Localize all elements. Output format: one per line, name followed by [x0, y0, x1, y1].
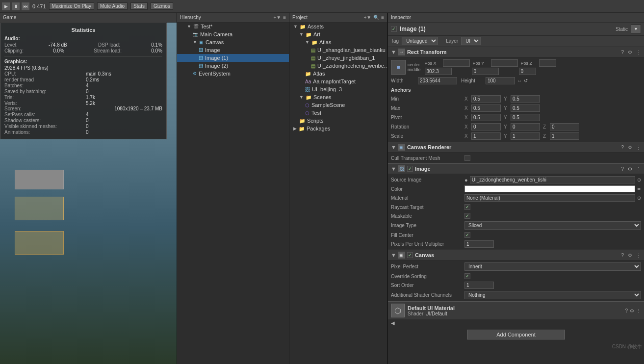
- pivot-x-input[interactable]: [471, 114, 501, 121]
- pixel-perfect-select[interactable]: Inherit Off On: [464, 262, 641, 271]
- rect-transform-help-icon[interactable]: ?: [621, 50, 624, 55]
- hierarchy-event-system[interactable]: ⚙ EventSystem: [177, 70, 289, 78]
- rot-x-input[interactable]: [471, 123, 501, 130]
- tag-select[interactable]: Untagged: [402, 37, 438, 45]
- game-panel-header: Game: [0, 13, 177, 23]
- project-scripts[interactable]: 📁 Scripts: [289, 117, 387, 125]
- step-button[interactable]: ⏭: [22, 2, 29, 10]
- image-settings-icon[interactable]: ⚙: [628, 166, 632, 172]
- gizmos-button[interactable]: Gizmos: [151, 2, 173, 10]
- hierarchy-test-scene[interactable]: ▼ 🎬 Test*: [177, 23, 289, 30]
- sort-order-input[interactable]: [464, 282, 494, 289]
- hierarchy-image1[interactable]: 🖼 Image (1): [177, 54, 289, 62]
- canvas-renderer-menu-icon[interactable]: ⋮: [636, 145, 641, 150]
- pos-y-value-input[interactable]: [472, 68, 499, 75]
- material-settings-icon[interactable]: ⚙: [630, 308, 634, 313]
- maximize-on-play-button[interactable]: Maximize On Play: [49, 2, 95, 10]
- anchor-visual[interactable]: [391, 60, 406, 75]
- stats-button[interactable]: Stats: [130, 2, 148, 10]
- pause-button[interactable]: ⏸: [12, 2, 20, 10]
- canvas-comp-help-icon[interactable]: ?: [621, 253, 624, 258]
- play-button[interactable]: ▶: [2, 2, 10, 10]
- image-menu-icon[interactable]: ⋮: [636, 166, 641, 172]
- rect-transform-settings-icon[interactable]: ⚙: [628, 50, 632, 55]
- project-search-icon[interactable]: 🔍: [373, 15, 379, 20]
- anchor-max-x-input[interactable]: [471, 104, 501, 112]
- project-atlas[interactable]: ▼ 📁 Atlas: [289, 38, 387, 46]
- reset-icon[interactable]: ↺: [524, 78, 528, 83]
- collapse-left-arrow[interactable]: ◀: [391, 320, 395, 326]
- rot-y-input[interactable]: [511, 123, 540, 130]
- project-mapfont[interactable]: Aa Aa mapfontTarget: [289, 78, 387, 85]
- pivot-y-input[interactable]: [511, 114, 540, 121]
- hierarchy-main-camera[interactable]: 📷 Main Camera: [177, 30, 289, 38]
- rot-z-input[interactable]: [550, 123, 579, 130]
- scale-x-input[interactable]: [471, 132, 501, 140]
- material-help-icon[interactable]: ?: [625, 308, 628, 313]
- source-image-pick-icon[interactable]: ⊙: [637, 177, 641, 182]
- width-input[interactable]: [418, 77, 457, 84]
- hierarchy-add-icon[interactable]: +▼: [273, 15, 281, 20]
- material-input[interactable]: [464, 194, 635, 202]
- project-test-scene[interactable]: ⬡ Test: [289, 109, 387, 117]
- project-packages[interactable]: ▶ 📁 Packages: [289, 125, 387, 132]
- pos-x-input[interactable]: [443, 59, 470, 67]
- project-menu-icon[interactable]: ≡: [381, 15, 384, 20]
- image-help-icon[interactable]: ?: [621, 166, 624, 172]
- hierarchy-image2[interactable]: 🖼 Image (2): [177, 62, 289, 70]
- rect-transform-header[interactable]: ▼ ↔ Rect Transform ? ⚙ ⋮: [388, 47, 644, 57]
- project-ui-shangdian[interactable]: ▤ UI_shangdian_juese_bianku: [289, 46, 387, 54]
- cull-transparent-checkbox[interactable]: [464, 155, 470, 161]
- add-component-button[interactable]: Add Component: [467, 330, 565, 339]
- fill-center-checkbox[interactable]: ✓: [464, 232, 470, 238]
- canvas-renderer-help-icon[interactable]: ?: [621, 145, 624, 150]
- raycast-checkbox[interactable]: ✓: [464, 204, 470, 210]
- project-ui-zhuye[interactable]: ▤ UI_zhuye_jingbidiban_1: [289, 54, 387, 62]
- project-ui-beijing[interactable]: 🖼 UI_beijing_3: [289, 85, 387, 93]
- height-input[interactable]: [486, 77, 515, 84]
- additional-shader-select[interactable]: Nothing Everything: [464, 291, 641, 299]
- color-picker[interactable]: [464, 185, 635, 192]
- material-menu-icon[interactable]: ⋮: [636, 308, 641, 313]
- pos-y-input[interactable]: [491, 59, 518, 67]
- project-sample-scene[interactable]: ⬡ SampleScene: [289, 101, 387, 109]
- canvas-comp-menu-icon[interactable]: ⋮: [636, 253, 641, 258]
- anchor-max-y-input[interactable]: [511, 104, 540, 112]
- project-atlas2[interactable]: 📁 Atlas: [289, 70, 387, 78]
- layer-select[interactable]: UI: [461, 37, 481, 45]
- canvas-renderer-header[interactable]: ▼ ▣ Canvas Renderer ? ⚙ ⋮: [388, 142, 644, 153]
- project-scenes[interactable]: ▼ 📁 Scenes: [289, 93, 387, 101]
- project-add-icon[interactable]: +▼: [363, 15, 371, 20]
- source-image-input[interactable]: [470, 176, 635, 183]
- scale-z-input[interactable]: [550, 132, 579, 140]
- rect-transform-menu-icon[interactable]: ⋮: [636, 50, 641, 55]
- canvas-active-checkbox[interactable]: ✓: [407, 252, 413, 258]
- image-component-header[interactable]: ▼ 🖼 ✓ Image ? ⚙ ⋮: [388, 163, 644, 174]
- canvas-renderer-settings-icon[interactable]: ⚙: [628, 145, 632, 150]
- pos-x-value-input[interactable]: [425, 68, 452, 75]
- canvas-component-header[interactable]: ▼ ▣ ✓ Canvas ? ⚙ ⋮: [388, 250, 644, 260]
- anchor-min-y-input[interactable]: [511, 95, 540, 103]
- color-eyedropper-icon[interactable]: ✒: [637, 186, 641, 192]
- pos-z-input[interactable]: [539, 59, 556, 67]
- scale-y-input[interactable]: [511, 132, 540, 140]
- pixels-input[interactable]: [464, 240, 494, 248]
- constrain-icon[interactable]: ↔: [517, 78, 522, 83]
- anchor-min-x-input[interactable]: [471, 95, 501, 103]
- hierarchy-canvas[interactable]: ▼ ▣ Canvas: [177, 38, 289, 46]
- project-ui-zzidong[interactable]: ▤ UI_zzidonghecheng_wenbe...: [289, 62, 387, 70]
- mute-audio-button[interactable]: Mute Audio: [97, 2, 128, 10]
- hierarchy-menu-icon[interactable]: ≡: [283, 15, 286, 20]
- image-active-checkbox[interactable]: ✓: [407, 166, 413, 172]
- project-assets[interactable]: ▼ 📁 Assets: [289, 23, 387, 30]
- material-pick-icon[interactable]: ⊙: [637, 195, 641, 201]
- override-sorting-checkbox[interactable]: ✓: [464, 273, 470, 279]
- project-art[interactable]: ▼ 📁 Art: [289, 30, 387, 38]
- static-dropdown[interactable]: ▼: [631, 25, 641, 33]
- hierarchy-image[interactable]: 🖼 Image: [177, 46, 289, 54]
- maskable-checkbox[interactable]: ✓: [464, 213, 470, 219]
- image-type-select[interactable]: Sliced Simple Tiled Filled: [464, 221, 641, 230]
- pos-z-value-input[interactable]: [519, 68, 536, 75]
- canvas-comp-settings-icon[interactable]: ⚙: [628, 253, 632, 258]
- object-active-checkbox[interactable]: ✓: [391, 26, 397, 32]
